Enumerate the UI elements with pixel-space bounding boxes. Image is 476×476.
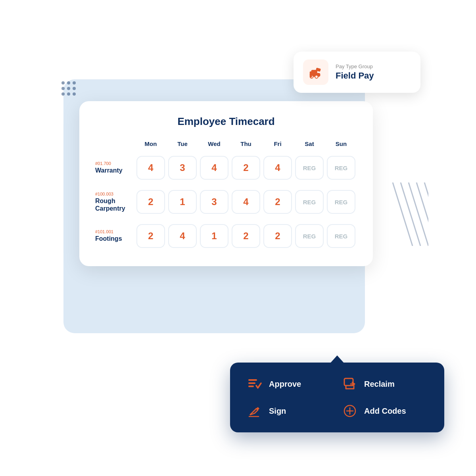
- time-cell-r2-d3[interactable]: 2: [230, 222, 262, 250]
- time-cell-r2-d4[interactable]: 2: [262, 222, 294, 250]
- time-cell-r0-d1[interactable]: 3: [167, 154, 198, 182]
- add-codes-icon: [343, 404, 357, 418]
- svg-line-8: [409, 182, 428, 246]
- approve-label: Approve: [269, 380, 301, 389]
- row-code-2: #101.001: [95, 229, 130, 234]
- time-cell-r0-d6[interactable]: REG: [325, 154, 357, 182]
- time-cell-r2-d6[interactable]: REG: [325, 222, 357, 250]
- time-box-r2-d3[interactable]: 2: [232, 224, 260, 248]
- time-box-r2-d1[interactable]: 4: [168, 224, 197, 248]
- time-box-r2-d2[interactable]: 1: [200, 224, 228, 248]
- time-box-r1-d0[interactable]: 2: [136, 190, 165, 214]
- time-box-r1-d6[interactable]: REG: [327, 190, 355, 214]
- time-box-r0-d3[interactable]: 2: [232, 156, 260, 180]
- day-fri: Fri: [262, 140, 294, 154]
- pay-type-group-value: Field Pay: [336, 71, 374, 81]
- time-cell-r2-d5[interactable]: REG: [294, 222, 325, 250]
- time-box-r2-d5[interactable]: REG: [295, 224, 324, 248]
- row-name-0: Warranty: [95, 167, 123, 174]
- row-label-1: #100.003Rough Carpentry: [95, 188, 135, 216]
- timecard-table: Mon Tue Wed Thu Fri Sat Sun #01.700Warra…: [95, 140, 357, 250]
- time-cell-r0-d5[interactable]: REG: [294, 154, 325, 182]
- time-cell-r1-d0[interactable]: 2: [135, 188, 167, 216]
- time-box-r2-d6[interactable]: REG: [327, 224, 355, 248]
- timecard-card: Employee Timecard Mon Tue Wed Thu Fri Sa…: [79, 101, 373, 266]
- svg-line-7: [401, 182, 420, 246]
- time-cell-r0-d3[interactable]: 2: [230, 154, 262, 182]
- reclaim-icon-wrap: [341, 375, 359, 393]
- construction-equipment-icon: [308, 65, 323, 80]
- pay-type-group-label: Pay Type Group: [336, 63, 374, 69]
- time-box-r1-d4[interactable]: 2: [263, 190, 292, 214]
- pay-type-text: Pay Type Group Field Pay: [336, 63, 374, 81]
- reclaim-label: Reclaim: [364, 380, 395, 389]
- row-name-1: Rough Carpentry: [95, 198, 125, 212]
- row-label-2: #101.001Footings: [95, 222, 135, 250]
- time-cell-r1-d4[interactable]: 2: [262, 188, 294, 216]
- time-box-r1-d2[interactable]: 3: [200, 190, 228, 214]
- time-cell-r2-d0[interactable]: 2: [135, 222, 167, 250]
- day-tue: Tue: [167, 140, 198, 154]
- day-sun: Sun: [325, 140, 357, 154]
- svg-rect-5: [310, 71, 312, 77]
- row-label-0: #01.700Warranty: [95, 154, 135, 182]
- add-codes-icon-wrap: [341, 402, 359, 420]
- sign-action[interactable]: Sign: [246, 402, 333, 420]
- time-cell-r0-d4[interactable]: 4: [262, 154, 294, 182]
- row-name-2: Footings: [95, 235, 122, 242]
- time-cell-r1-d5[interactable]: REG: [294, 188, 325, 216]
- action-panel: Approve Reclaim: [230, 363, 444, 432]
- time-cell-r0-d2[interactable]: 4: [198, 154, 230, 182]
- timecard-title: Employee Timecard: [95, 115, 357, 128]
- pay-type-icon-wrap: [303, 60, 328, 85]
- approve-icon-wrap: [246, 375, 263, 393]
- day-thu: Thu: [230, 140, 262, 154]
- time-cell-r1-d1[interactable]: 1: [167, 188, 198, 216]
- svg-line-6: [393, 182, 413, 246]
- sign-label: Sign: [269, 407, 286, 416]
- approve-action[interactable]: Approve: [246, 375, 333, 393]
- time-cell-r2-d1[interactable]: 4: [167, 222, 198, 250]
- time-cell-r1-d6[interactable]: REG: [325, 188, 357, 216]
- time-cell-r0-d0[interactable]: 4: [135, 154, 167, 182]
- time-box-r0-d0[interactable]: 4: [136, 156, 165, 180]
- reclaim-action[interactable]: Reclaim: [341, 375, 428, 393]
- day-wed: Wed: [198, 140, 230, 154]
- time-cell-r1-d2[interactable]: 3: [198, 188, 230, 216]
- day-sat: Sat: [294, 140, 325, 154]
- label-col-header: [95, 140, 135, 154]
- time-box-r2-d4[interactable]: 2: [263, 224, 292, 248]
- time-box-r1-d3[interactable]: 4: [232, 190, 260, 214]
- time-box-r0-d1[interactable]: 3: [168, 156, 197, 180]
- time-box-r1-d5[interactable]: REG: [295, 190, 324, 214]
- row-code-0: #01.700: [95, 161, 130, 166]
- time-box-r0-d4[interactable]: 4: [263, 156, 292, 180]
- time-box-r0-d6[interactable]: REG: [327, 156, 355, 180]
- time-box-r1-d1[interactable]: 1: [168, 190, 197, 214]
- svg-rect-12: [248, 382, 255, 384]
- svg-rect-11: [248, 379, 257, 381]
- time-cell-r1-d3[interactable]: 4: [230, 188, 262, 216]
- row-code-1: #100.003: [95, 192, 130, 196]
- approve-icon: [248, 377, 262, 391]
- time-box-r0-d5[interactable]: REG: [295, 156, 324, 180]
- svg-rect-13: [248, 386, 254, 387]
- add-codes-action[interactable]: Add Codes: [341, 402, 428, 420]
- reclaim-icon: [343, 377, 357, 391]
- pay-type-badge: Pay Type Group Field Pay: [294, 52, 420, 93]
- action-grid: Approve Reclaim: [246, 375, 428, 420]
- corner-decoration-tl: [61, 81, 76, 96]
- diagonal-decoration: [389, 182, 428, 246]
- time-cell-r2-d2[interactable]: 1: [198, 222, 230, 250]
- sign-icon-wrap: [246, 402, 263, 420]
- time-box-r2-d0[interactable]: 2: [136, 224, 165, 248]
- time-box-r0-d2[interactable]: 4: [200, 156, 228, 180]
- sign-icon: [248, 404, 262, 418]
- add-codes-label: Add Codes: [364, 407, 406, 416]
- svg-point-4: [315, 75, 318, 79]
- day-mon: Mon: [135, 140, 167, 154]
